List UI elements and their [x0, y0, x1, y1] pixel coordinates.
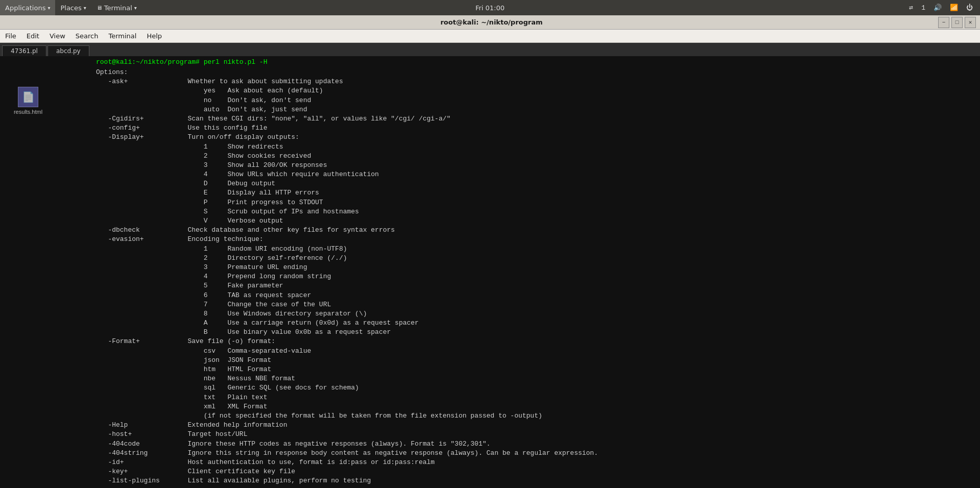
- tab-bar: 47361.pl abcd.py: [0, 43, 980, 56]
- desktop-icon-label: results.html: [14, 109, 42, 115]
- menu-bar: File Edit View Search Terminal Help: [0, 30, 980, 43]
- audio-icon[interactable]: 🔊: [930, 0, 945, 15]
- power-icon[interactable]: ⏻: [963, 0, 976, 15]
- places-arrow-icon: ▾: [84, 5, 86, 11]
- menu-view[interactable]: View: [44, 30, 70, 42]
- user-switch-icon[interactable]: ⇄: [906, 0, 916, 15]
- desktop-icon-results[interactable]: 📄 results.html: [10, 87, 46, 115]
- window-controls: − □ ✕: [938, 17, 976, 28]
- terminal-prompt: root@kali:~/nikto/program# perl nikto.pl…: [96, 58, 976, 66]
- top-system-bar: Applications ▾ Places ▾ 🖥 Terminal ▾ Fri…: [0, 0, 980, 15]
- window-title: root@kali: ~/nikto/program: [45, 18, 938, 26]
- window-title-bar: root@kali: ~/nikto/program − □ ✕: [0, 15, 980, 30]
- terminal-menu[interactable]: 🖥 Terminal ▾: [91, 0, 142, 15]
- tab-abcd[interactable]: abcd.py: [47, 45, 89, 56]
- clock: Fri 01:00: [475, 4, 505, 12]
- applications-menu[interactable]: Applications ▾: [0, 0, 55, 15]
- terminal-icon: 🖥: [97, 5, 102, 11]
- minimize-button[interactable]: −: [938, 17, 949, 28]
- menu-terminal[interactable]: Terminal: [103, 30, 141, 42]
- menu-help[interactable]: Help: [141, 30, 167, 42]
- places-menu[interactable]: Places ▾: [55, 0, 91, 15]
- menu-edit[interactable]: Edit: [21, 30, 44, 42]
- workspace-icon[interactable]: 1: [918, 0, 928, 15]
- menu-file[interactable]: File: [0, 30, 21, 42]
- tab-47361[interactable]: 47361.pl: [2, 45, 46, 56]
- applications-arrow-icon: ▾: [47, 5, 50, 11]
- terminal-body[interactable]: 📄 results.html root@kali:~/nikto/program…: [0, 56, 980, 488]
- network-icon[interactable]: 📶: [947, 0, 961, 15]
- close-button[interactable]: ✕: [965, 17, 976, 28]
- system-tray: ⇄ 1 🔊 📶 ⏻: [906, 0, 980, 15]
- terminal-arrow-icon: ▾: [134, 5, 137, 11]
- menu-search[interactable]: Search: [70, 30, 104, 42]
- terminal-output: Options: -ask+ Whether to ask about subm…: [96, 68, 976, 485]
- maximize-button[interactable]: □: [951, 17, 963, 28]
